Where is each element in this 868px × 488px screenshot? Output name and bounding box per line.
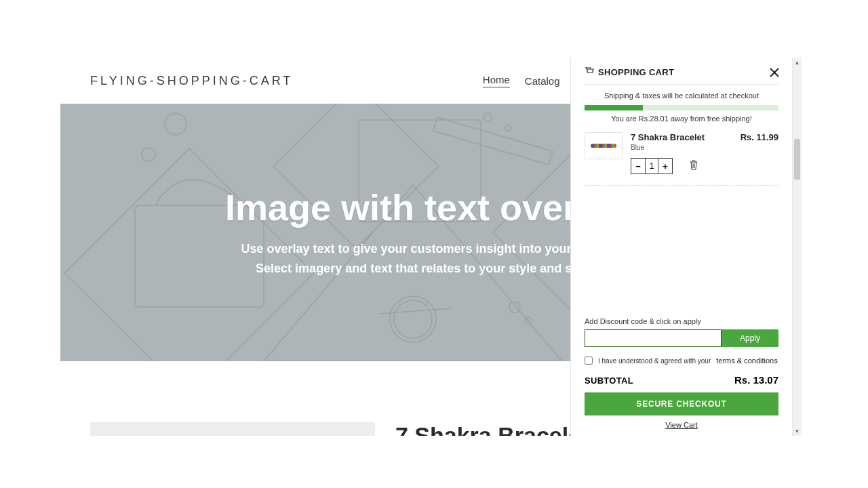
product-title: 7 Shakra Bracelet — [395, 422, 589, 436]
cart-item-name: 7 Shakra Bracelet — [631, 132, 705, 142]
shipping-note: Shipping & taxes will be calculated at c… — [585, 92, 778, 100]
cart-title: SHOPPING CART — [598, 67, 674, 77]
quantity-stepper: − 1 + — [631, 158, 673, 174]
svg-point-10 — [390, 296, 436, 342]
shipping-away-msg: You are Rs.28.01 away from free shipping… — [585, 115, 778, 123]
cart-header: SHOPPING CART — [585, 67, 778, 85]
hero-title: Image with text overlay — [225, 186, 628, 228]
nav-catalog[interactable]: Catalog — [525, 75, 560, 87]
scroll-thumb[interactable] — [794, 139, 800, 180]
cart-item-price: Rs. 11.99 — [741, 132, 778, 151]
qty-decrease-button[interactable]: − — [631, 159, 645, 174]
svg-point-11 — [394, 300, 432, 338]
svg-point-4 — [165, 113, 186, 135]
svg-line-12 — [379, 308, 451, 314]
cart-item-variant: Blue — [631, 144, 705, 151]
svg-point-5 — [142, 148, 155, 161]
cart-icon — [585, 67, 594, 77]
free-shipping-progress — [585, 105, 778, 110]
checkout-button[interactable]: SECURE CHECKOUT — [585, 392, 778, 415]
trash-icon[interactable] — [689, 160, 698, 173]
svg-point-8 — [509, 302, 520, 312]
cart-drawer: SHOPPING CART Shipping & taxes will be c… — [570, 58, 792, 436]
discount-input[interactable] — [585, 329, 722, 347]
qty-increase-button[interactable]: + — [658, 159, 672, 174]
hero-subtitle: Use overlay text to give your customers … — [241, 239, 612, 279]
terms-row[interactable]: I have understood & agreed with your ter… — [585, 357, 778, 365]
cart-item-thumb[interactable] — [585, 132, 623, 159]
view-cart-link[interactable]: View Cart — [585, 421, 778, 429]
subtotal-amount: Rs. 13.07 — [734, 374, 778, 386]
nav-home[interactable]: Home — [483, 74, 510, 87]
subtotal-label: SUBTOTAL — [585, 375, 633, 386]
close-icon[interactable] — [769, 67, 780, 81]
scroll-up-icon[interactable]: ▲ — [793, 58, 802, 67]
terms-text: I have understood & agreed with your — [598, 357, 711, 365]
discount-label: Add Discount code & click on apply — [585, 317, 778, 325]
apply-button[interactable]: Apply — [722, 329, 778, 347]
top-nav: Home Catalog — [483, 74, 560, 87]
scrollbar[interactable]: ▲ ▼ — [792, 58, 802, 436]
scroll-down-icon[interactable]: ▼ — [793, 426, 802, 436]
cart-item: 7 Shakra Bracelet Blue Rs. 11.99 − 1 + — [585, 132, 778, 186]
svg-point-6 — [484, 113, 492, 121]
svg-point-7 — [505, 125, 511, 131]
progress-fill — [585, 105, 643, 110]
terms-checkbox[interactable] — [585, 357, 593, 365]
product-image[interactable] — [90, 422, 375, 436]
terms-link[interactable]: terms & conditions — [716, 357, 777, 365]
brand-logo[interactable]: FLYING-SHOPPING-CART — [90, 74, 293, 88]
qty-value: 1 — [645, 159, 658, 174]
